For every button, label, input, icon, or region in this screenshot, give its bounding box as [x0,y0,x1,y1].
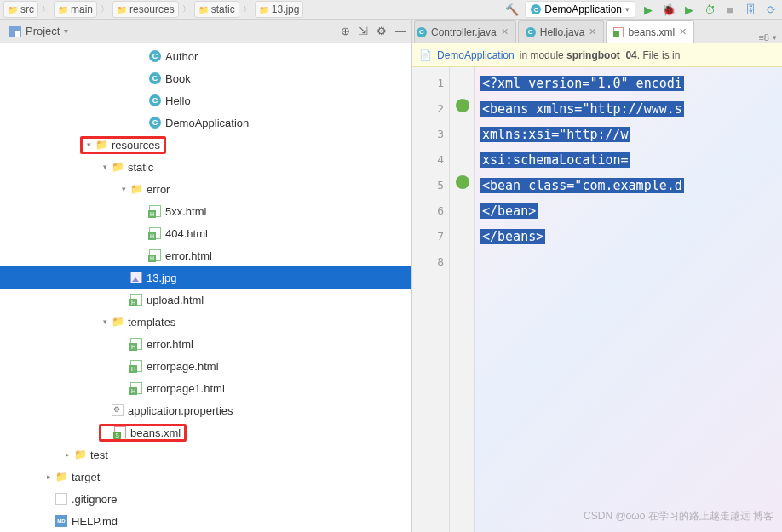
banner-text: in module springboot_04. File is in [520,49,681,61]
class-icon: C [149,94,161,106]
breadcrumb[interactable]: 📁src〉📁main〉📁resources〉📁static〉📁13.jpg [3,1,303,18]
chevron-down-icon[interactable]: ▾ [99,163,111,171]
image-file-icon [130,272,142,283]
code-content[interactable]: <?xml version="1.0" encodi<beans xmlns="… [475,67,782,532]
code-line[interactable]: <bean class="com.example.d [480,173,782,198]
tree-item--gitignore[interactable]: .gitignore [0,488,411,510]
breadcrumb-label: main [71,3,93,15]
git-branch-icon[interactable]: 🗄 [743,2,758,17]
html-file-icon [130,360,142,372]
expand-all-icon[interactable]: ⇲ [359,25,368,37]
tree-item-label: HELP.md [72,515,118,528]
tree-item-label: 13.jpg [147,272,176,284]
close-tab-icon[interactable]: ✕ [589,26,596,37]
banner-class-link[interactable]: DemoApplication [437,49,515,61]
tab-label: beans.xml [628,26,675,38]
run-config-selector[interactable]: C DemoApplication ▾ [525,1,635,18]
tree-item-static[interactable]: ▾📁static [0,156,411,178]
coverage-run-icon[interactable]: ▶ [681,2,697,17]
breadcrumb-item[interactable]: 📁13.jpg [255,1,304,18]
stop-icon[interactable]: ■ [722,2,738,17]
gutter-annotation [450,198,474,224]
tree-item-demoapplication[interactable]: CDemoApplication [0,112,411,134]
tree-item-error[interactable]: ▾📁error [0,178,411,200]
tree-item-author[interactable]: CAuthor [0,45,411,67]
tabs-overflow-indicator[interactable]: ≡8 [758,32,769,43]
line-number: 5 [412,173,444,198]
folder-icon: 📁 [58,4,68,14]
run-icon[interactable]: ▶ [641,2,656,17]
code-line[interactable]: xmlns:xsi="http://w [480,122,782,147]
tree-item-error-html[interactable]: error.html [0,244,411,266]
breadcrumb-separator: 〉 [181,3,193,15]
hide-panel-icon[interactable]: — [395,25,406,37]
tree-item-upload-html[interactable]: upload.html [0,289,411,311]
code-line[interactable]: </bean> [480,198,782,224]
editor-tab-hello-java[interactable]: CHello.java✕ [518,20,605,43]
chevron-down-icon[interactable]: ▾ [99,317,111,326]
debug-icon[interactable]: 🐞 [661,2,676,17]
tree-item-errorpage1-html[interactable]: errorpage1.html [0,377,411,399]
gear-icon[interactable]: ⚙ [377,25,387,37]
breadcrumb-item[interactable]: 📁src [3,1,38,18]
line-number: 3 [412,122,444,147]
chevron-down-icon[interactable]: ▾ [83,140,95,149]
breadcrumb-separator: 〉 [40,3,52,15]
breadcrumb-item[interactable]: 📁resources [112,1,179,18]
gutter-annotation [450,224,474,249]
tree-item-label: Hello [165,94,191,107]
tree-item-beans-xml[interactable]: beans.xml [0,421,411,443]
project-panel-title: Project [26,25,60,37]
tree-item-resources[interactable]: ▾📁resources [0,134,411,156]
spring-bean-icon[interactable] [456,175,469,189]
tree-item-book[interactable]: CBook [0,67,411,89]
tree-item-application-properties[interactable]: application.properties [0,399,411,421]
code-line[interactable] [480,249,782,275]
tabs-menu-chevron[interactable]: ▾ [773,33,777,42]
close-tab-icon[interactable]: ✕ [501,26,509,37]
folder-icon: 📁 [259,4,269,14]
tree-item-target[interactable]: ▸📁target [0,466,411,488]
folder-icon: 📁 [112,316,124,328]
breadcrumb-label: 13.jpg [272,3,300,15]
folder-icon: 📁 [198,4,209,14]
tree-item-help-md[interactable]: MDHELP.md [0,510,411,532]
folder-icon: 📁 [130,183,143,195]
tree-item-5xx-html[interactable]: 5xx.html [0,200,411,222]
breadcrumb-item[interactable]: 📁static [194,1,239,18]
tab-label: Controller.java [431,26,497,38]
code-line[interactable]: <beans xmlns="http://www.s [480,96,782,122]
folder-icon: 📁 [112,161,124,173]
tree-item-13-jpg[interactable]: 13.jpg [0,266,411,289]
editor-tab-controller-java[interactable]: CController.java✕ [414,20,516,43]
tree-item-templates[interactable]: ▾📁templates [0,311,411,333]
code-line[interactable]: <?xml version="1.0" encodi [480,71,782,96]
chevron-right-icon[interactable]: ▸ [61,450,73,459]
chevron-right-icon[interactable]: ▸ [43,472,55,481]
close-tab-icon[interactable]: ✕ [679,26,687,37]
gutter-annotation [450,122,474,147]
tree-item-test[interactable]: ▸📁test [0,443,411,466]
tree-item-error-html[interactable]: error.html [0,333,411,355]
html-file-icon [149,227,161,239]
tree-item-hello[interactable]: CHello [0,89,411,112]
editor-tab-beans-xml[interactable]: beans.xml✕ [606,20,694,43]
line-number: 2 [412,96,444,122]
spring-bean-icon[interactable] [456,99,469,112]
gutter-annotation [450,71,474,96]
select-opened-file-icon[interactable]: ⊕ [341,25,350,37]
code-editor[interactable]: 12345678 <?xml version="1.0" encodi<bean… [412,67,782,532]
chevron-down-icon[interactable]: ▾ [118,185,129,193]
project-tree[interactable]: CAuthorCBookCHelloCDemoApplication▾📁reso… [0,43,411,532]
tree-item-404-html[interactable]: 404.html [0,222,411,244]
project-view-selector[interactable]: Project ▾ [5,23,77,39]
html-file-icon [149,249,161,261]
breadcrumb-item[interactable]: 📁main [54,1,97,18]
tree-item-errorpage-html[interactable]: errorpage.html [0,355,411,377]
gutter-annotation [450,249,474,275]
code-line[interactable]: </beans> [480,224,782,249]
update-project-icon[interactable]: ⟳ [763,2,779,17]
build-project-icon[interactable]: 🔨 [504,2,520,17]
code-line[interactable]: xsi:schemaLocation= [480,147,782,173]
profile-icon[interactable]: ⏱ [702,2,717,17]
